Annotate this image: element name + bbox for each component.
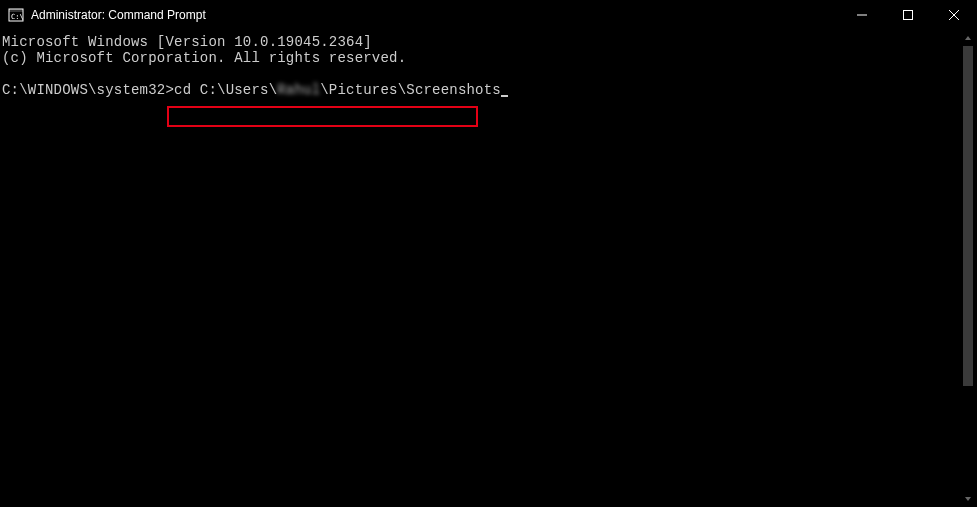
- command-username-blurred: Rahul: [277, 82, 320, 98]
- window-controls: [839, 0, 977, 30]
- svg-rect-1: [9, 9, 23, 12]
- annotation-highlight-box: [167, 106, 478, 127]
- terminal-area[interactable]: Microsoft Windows [Version 10.0.19045.23…: [0, 30, 977, 507]
- scroll-down-arrow-icon[interactable]: [961, 491, 975, 507]
- cmd-icon: C:\: [8, 7, 24, 23]
- copyright-line: (c) Microsoft Corporation. All rights re…: [2, 50, 406, 66]
- text-cursor: [501, 95, 508, 97]
- prompt-text: C:\WINDOWS\system32>: [2, 82, 174, 98]
- svg-rect-4: [904, 11, 913, 20]
- scroll-track[interactable]: [961, 46, 975, 491]
- close-button[interactable]: [931, 0, 977, 30]
- minimize-button[interactable]: [839, 0, 885, 30]
- command-suffix: \Pictures\Screenshots: [320, 82, 501, 98]
- vertical-scrollbar[interactable]: [961, 30, 975, 507]
- version-line: Microsoft Windows [Version 10.0.19045.23…: [2, 34, 372, 50]
- window-title: Administrator: Command Prompt: [31, 8, 206, 22]
- titlebar-left: C:\ Administrator: Command Prompt: [8, 7, 206, 23]
- titlebar[interactable]: C:\ Administrator: Command Prompt: [0, 0, 977, 30]
- scroll-thumb[interactable]: [963, 46, 973, 386]
- maximize-button[interactable]: [885, 0, 931, 30]
- command-prefix: cd C:\Users\: [174, 82, 277, 98]
- svg-text:C:\: C:\: [11, 13, 24, 21]
- scroll-up-arrow-icon[interactable]: [961, 30, 975, 46]
